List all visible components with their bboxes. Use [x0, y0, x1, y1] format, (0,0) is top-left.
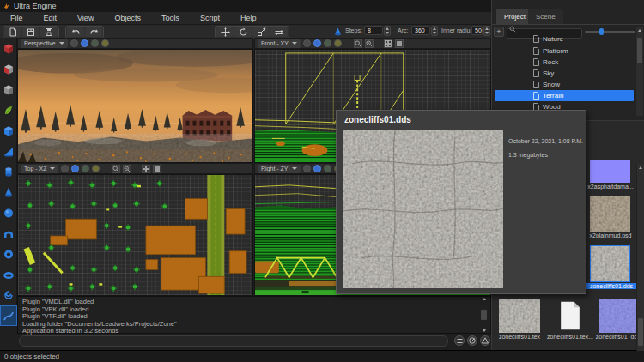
lighting-options-icon[interactable] — [92, 165, 100, 172]
asset-thumbnail-zonecliffs01-tex-doc[interactable] — [550, 299, 590, 333]
tree-scrollbar[interactable] — [635, 27, 643, 116]
scrollbar-thumb[interactable] — [638, 318, 643, 346]
world-options-icon[interactable] — [324, 39, 331, 47]
wedge-icon — [3, 145, 15, 157]
camera-options-icon[interactable] — [303, 165, 311, 172]
menu-edit[interactable]: Edit — [33, 12, 68, 24]
scroll-up-icon[interactable] — [638, 29, 641, 32]
front-mode-dropdown[interactable]: Front - XY — [258, 39, 301, 48]
box-primitive-tool[interactable] — [0, 120, 17, 141]
lighting-options-icon[interactable] — [101, 39, 109, 47]
log-errors-filter-button[interactable] — [467, 335, 477, 346]
undo-button[interactable] — [67, 27, 84, 37]
open-project-button[interactable] — [22, 27, 39, 37]
tab-scene[interactable]: Scene — [528, 9, 563, 24]
console-log[interactable]: Plugin "VMDL.dll" loaded Plugin "VPK.dll… — [17, 296, 491, 334]
log-warnings-filter-button[interactable] — [480, 335, 490, 346]
wedge-primitive-tool[interactable] — [0, 141, 17, 161]
top-viewport[interactable] — [17, 174, 253, 296]
new-file-button[interactable] — [4, 27, 21, 37]
asset-thumbnail-x2plainmud[interactable] — [590, 196, 630, 232]
asset-thumbnail-zonecliffs01-dds-selected[interactable] — [590, 245, 630, 282]
inner-radius-stepper[interactable] — [483, 26, 490, 36]
steps-value[interactable]: 8 — [364, 26, 383, 35]
world-options-icon[interactable] — [324, 165, 331, 172]
spline-primitive-tool[interactable] — [0, 305, 17, 326]
slider-thumb[interactable] — [599, 28, 604, 35]
camera-options-icon[interactable] — [70, 39, 78, 47]
render-mode-icon[interactable] — [313, 165, 321, 172]
loop-tool-button[interactable] — [270, 27, 288, 37]
scrollbar-thumb[interactable] — [637, 38, 642, 63]
solid-toggle-button[interactable] — [395, 39, 404, 48]
render-mode-icon[interactable] — [81, 39, 88, 47]
asset-thumbnail-zonecliffs01-dot3[interactable] — [599, 299, 640, 333]
right-mode-dropdown[interactable]: Right - ZY — [258, 165, 301, 173]
console-scrollbar[interactable] — [479, 297, 489, 333]
zoom-out-button[interactable] — [112, 165, 120, 173]
cylinder-primitive-tool[interactable] — [0, 161, 17, 182]
steps-stepper[interactable] — [384, 26, 391, 36]
camera-options-icon[interactable] — [61, 165, 69, 172]
tree-item-platform[interactable]: Platform — [495, 45, 634, 57]
world-options-icon[interactable] — [82, 165, 89, 172]
zoom-out-button[interactable] — [354, 39, 362, 48]
scroll-up-icon[interactable] — [483, 298, 486, 300]
torus-primitive-tool[interactable] — [0, 264, 17, 285]
top-mode-dropdown[interactable]: Top - XZ — [21, 165, 58, 173]
menu-tools[interactable]: Tools — [151, 12, 190, 24]
tree-item-nature[interactable]: Nature — [495, 35, 634, 43]
tree-item-snow[interactable]: Snow — [495, 79, 634, 90]
render-mode-icon[interactable] — [71, 165, 79, 172]
menu-script[interactable]: Script — [190, 12, 230, 24]
scroll-up-icon[interactable] — [639, 166, 642, 169]
tree-item-sky[interactable]: Sky — [495, 68, 634, 79]
zoom-out-icon — [112, 166, 119, 172]
scroll-down-icon[interactable] — [483, 329, 486, 332]
arch-icon — [3, 227, 15, 239]
lighting-options-icon[interactable] — [334, 39, 342, 47]
cone-primitive-tool[interactable] — [0, 182, 17, 202]
arch-primitive-tool[interactable] — [0, 223, 17, 244]
sphere-primitive-tool[interactable] — [0, 202, 17, 223]
scale-tool-button[interactable] — [252, 27, 270, 37]
grid-toggle-button[interactable] — [142, 165, 150, 173]
tree-item-rock[interactable]: Rock — [495, 57, 634, 68]
spiral-primitive-tool[interactable] — [0, 285, 17, 305]
asset-label-selected: zonecliffs01.dds — [583, 283, 640, 289]
tree-item-terrain-selected[interactable]: Terrain — [495, 90, 634, 101]
console-command-input[interactable] — [19, 335, 448, 347]
vegetation-tool[interactable] — [0, 100, 17, 120]
menu-help[interactable]: Help — [230, 12, 267, 24]
tube-primitive-tool[interactable] — [0, 244, 17, 264]
redo-button[interactable] — [85, 27, 102, 37]
open-model-icon — [27, 27, 35, 37]
arc-value[interactable]: 360 — [411, 26, 430, 35]
scrollbar-thumb[interactable] — [481, 310, 487, 320]
grid-toggle-button[interactable] — [384, 39, 392, 48]
camera-options-icon[interactable] — [303, 39, 311, 47]
solid-toggle-button[interactable] — [153, 165, 161, 173]
world-options-icon[interactable] — [91, 39, 99, 47]
arc-stepper[interactable] — [431, 26, 438, 36]
render-mode-icon[interactable] — [313, 39, 321, 47]
perspective-viewport[interactable] — [17, 49, 253, 163]
cube-tool[interactable] — [0, 79, 17, 100]
zoom-in-button[interactable] — [123, 165, 131, 173]
menu-view[interactable]: View — [67, 12, 104, 24]
move-tool-button[interactable] — [216, 27, 234, 37]
asset-scrollbar[interactable] — [636, 164, 644, 351]
cube-face-tool[interactable] — [0, 58, 17, 79]
menu-objects[interactable]: Objects — [104, 12, 151, 24]
asset-thumbnail-zonecliffs01-tex[interactable] — [499, 299, 540, 333]
inner-radius-value[interactable]: 50 — [471, 26, 483, 35]
zoom-in-button[interactable] — [365, 39, 374, 48]
box-red-primitive-tool[interactable] — [0, 38, 17, 58]
status-bar: 0 objects selected — [0, 350, 644, 362]
log-messages-filter-button[interactable] — [454, 335, 465, 346]
perspective-mode-dropdown[interactable]: Perspective — [21, 39, 68, 48]
rotate-tool-button[interactable] — [234, 27, 252, 37]
asset-thumbnail-x2asphaltdama[interactable] — [590, 160, 630, 183]
save-button[interactable] — [40, 27, 58, 37]
menu-file[interactable]: File — [0, 12, 33, 24]
